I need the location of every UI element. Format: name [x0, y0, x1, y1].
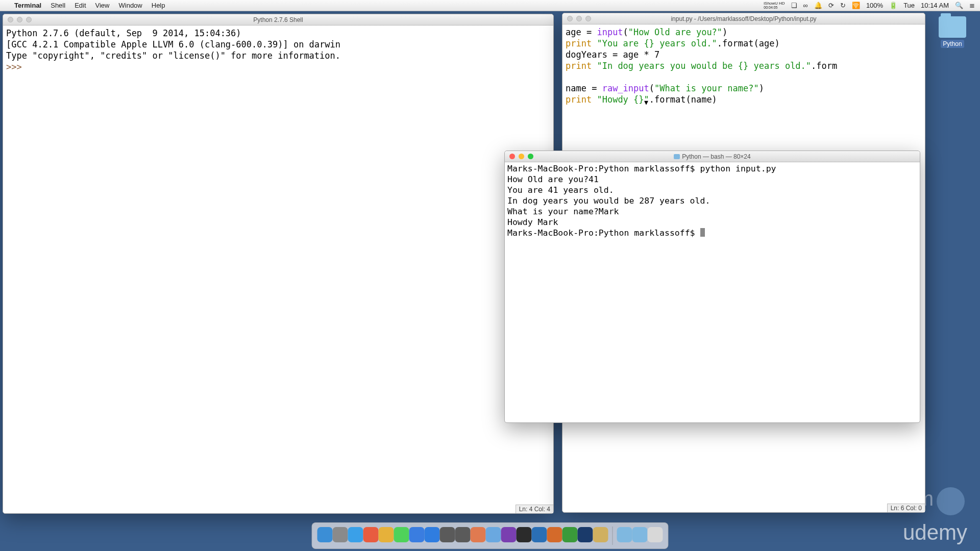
dock-photoshop-icon[interactable]: [578, 527, 593, 542]
dock-separator: [612, 527, 613, 545]
dock-phpstorm-icon[interactable]: [501, 527, 517, 542]
cursor: [700, 228, 705, 237]
folder-icon: [674, 154, 680, 159]
folder-label: Python: [941, 40, 964, 48]
terminal-line: You are 41 years old.: [507, 185, 614, 195]
folder-icon: [939, 16, 966, 38]
dock-excel-icon[interactable]: [562, 527, 578, 542]
dock: [312, 522, 669, 549]
dock-word-icon[interactable]: [532, 527, 547, 542]
dock-downloads-icon[interactable]: [632, 527, 648, 542]
day-label[interactable]: Tue: [903, 2, 915, 9]
wifi-icon[interactable]: 🛜: [852, 2, 860, 9]
close-icon[interactable]: [509, 154, 515, 159]
dock-calendar-icon[interactable]: [363, 527, 379, 542]
terminal-line: How Old are you?41: [507, 174, 599, 184]
terminal-line: In dog years you would be 287 years old.: [507, 196, 710, 206]
watermark-udemy: udemy: [903, 520, 967, 545]
dock-idle-icon[interactable]: [593, 527, 608, 542]
dropbox-icon[interactable]: ∞: [803, 2, 808, 9]
zoom-icon[interactable]: [26, 17, 32, 22]
menu-app[interactable]: Terminal: [14, 2, 41, 9]
menu-window[interactable]: Window: [119, 2, 142, 9]
window-python-shell[interactable]: Python 2.7.6 Shell Python 2.7.6 (default…: [3, 14, 554, 514]
time-label[interactable]: 10:14 AM: [921, 2, 949, 9]
watermark-circle: [937, 487, 965, 515]
terminal-line: Marks-MacBook-Pro:Python marklassoff$: [507, 228, 700, 238]
terminal-line: Howdy Mark: [507, 217, 558, 227]
dock-mail-icon[interactable]: [409, 527, 425, 542]
terminal-line: Marks-MacBook-Pro:Python marklassoff$ py…: [507, 164, 776, 173]
titlebar-shell[interactable]: Python 2.7.6 Shell: [3, 14, 553, 26]
status-shell: Ln: 4 Col: 4: [516, 505, 553, 513]
shell-content[interactable]: Python 2.7.6 (default, Sep 9 2014, 15:04…: [3, 26, 553, 74]
menu-shell[interactable]: Shell: [51, 2, 65, 9]
window-title: Python 2.7.6 Shell: [3, 16, 553, 23]
dock-chrome-icon[interactable]: [379, 527, 394, 542]
window-bash[interactable]: Python — bash — 80×24 Marks-MacBook-Pro:…: [504, 151, 920, 423]
spotlight-icon[interactable]: 🔍: [955, 2, 963, 9]
menu-view[interactable]: View: [95, 2, 110, 9]
dock-folder-icon[interactable]: [617, 527, 632, 542]
battery-icon[interactable]: 🔋: [889, 2, 897, 9]
close-icon[interactable]: [8, 17, 13, 22]
titlebar-editor[interactable]: input.py - /Users/marklassoff/Desktop/Py…: [562, 13, 925, 24]
bell-icon[interactable]: 🔔: [814, 2, 822, 9]
dock-powerpoint-icon[interactable]: [547, 527, 562, 542]
menu-edit[interactable]: Edit: [75, 2, 86, 9]
minimize-icon[interactable]: [576, 16, 582, 21]
close-icon[interactable]: [567, 16, 573, 21]
desktop-folder-python[interactable]: Python: [934, 16, 971, 48]
window-title: input.py - /Users/marklassoff/Desktop/Py…: [562, 15, 925, 22]
dock-itunes-icon[interactable]: [440, 527, 455, 542]
dock-terminal-icon[interactable]: [517, 527, 532, 542]
menu-help[interactable]: Help: [152, 2, 165, 9]
timemachine-icon[interactable]: ↻: [840, 2, 846, 9]
ishowu-indicator[interactable]: iShowU HD 00:04:05: [764, 2, 785, 10]
status-editor: Ln: 6 Col: 0: [887, 504, 925, 512]
dock-photos-icon[interactable]: [471, 527, 486, 542]
dock-safari-icon[interactable]: [348, 527, 363, 542]
editor-content[interactable]: age = input("How Old are you?") print "Y…: [562, 24, 925, 107]
dock-appstore-icon[interactable]: [425, 527, 440, 542]
dock-aperture-icon[interactable]: [455, 527, 471, 542]
dock-trash-icon[interactable]: [648, 527, 663, 542]
titlebar-bash[interactable]: Python — bash — 80×24: [505, 151, 920, 162]
display-icon[interactable]: ❏: [791, 2, 797, 9]
zoom-icon[interactable]: [528, 154, 533, 159]
battery-label[interactable]: 100%: [866, 2, 883, 9]
dock-launchpad-icon[interactable]: [333, 527, 348, 542]
terminal-content[interactable]: Marks-MacBook-Pro:Python marklassoff$ py…: [505, 162, 920, 239]
dock-messages-icon[interactable]: [394, 527, 409, 542]
minimize-icon[interactable]: [17, 17, 22, 22]
menubar: Terminal Shell Edit View Window Help iSh…: [0, 0, 980, 11]
minimize-icon[interactable]: [519, 154, 524, 159]
terminal-line: What is your name?Mark: [507, 207, 619, 216]
notification-icon[interactable]: ≣: [969, 2, 975, 9]
dock-textedit-icon[interactable]: [486, 527, 501, 542]
sync-icon[interactable]: ⟳: [828, 2, 834, 9]
dock-finder-icon[interactable]: [317, 527, 333, 542]
zoom-icon[interactable]: [585, 16, 591, 21]
window-title: Python — bash — 80×24: [505, 153, 920, 160]
